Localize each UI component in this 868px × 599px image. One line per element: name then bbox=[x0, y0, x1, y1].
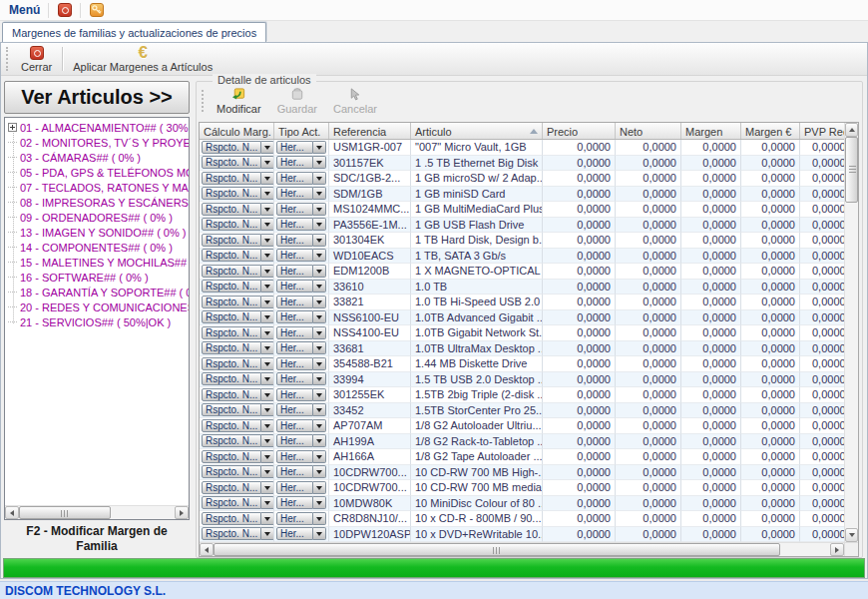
chevron-down-icon[interactable] bbox=[313, 496, 326, 509]
chevron-down-icon[interactable] bbox=[261, 419, 274, 432]
tree-item[interactable]: 01 - ALMACENAMIENTO## ( 30% bbox=[5, 120, 189, 135]
calc-margin-dropdown[interactable]: Rspcto. N... bbox=[202, 372, 274, 385]
apply-margins-button[interactable]: € Aplicar Margenes a Artículos bbox=[65, 43, 220, 75]
chevron-down-icon[interactable] bbox=[261, 156, 274, 169]
tree-item[interactable]: 16 - SOFTWARE## ( 0% ) bbox=[5, 270, 189, 285]
column-header-pvp-rec[interactable]: PVP Rec bbox=[800, 123, 844, 139]
chevron-down-icon[interactable] bbox=[313, 434, 326, 447]
scroll-thumb[interactable] bbox=[845, 137, 858, 203]
chevron-down-icon[interactable] bbox=[313, 388, 326, 401]
table-row[interactable]: Rspcto. N... Her... 33610 1.0 TB 0,0000 … bbox=[200, 280, 844, 296]
chevron-down-icon[interactable] bbox=[313, 296, 326, 308]
chevron-down-icon[interactable] bbox=[261, 234, 274, 247]
chevron-down-icon[interactable] bbox=[261, 465, 274, 478]
action-type-dropdown[interactable]: Her... bbox=[276, 527, 326, 540]
close-button[interactable]: Cerrar bbox=[13, 43, 60, 75]
chevron-down-icon[interactable] bbox=[313, 187, 326, 200]
modify-button[interactable]: Modificar bbox=[209, 86, 269, 116]
action-type-dropdown[interactable]: Her... bbox=[276, 326, 326, 339]
action-type-dropdown[interactable]: Her... bbox=[276, 357, 326, 370]
calc-margin-dropdown[interactable]: Rspcto. N... bbox=[202, 341, 274, 354]
column-header-margen-euro[interactable]: Margen € bbox=[741, 123, 800, 139]
chevron-down-icon[interactable] bbox=[261, 187, 274, 200]
calc-margin-dropdown[interactable]: Rspcto. N... bbox=[202, 326, 274, 339]
chevron-down-icon[interactable] bbox=[313, 249, 326, 262]
chevron-down-icon[interactable] bbox=[261, 527, 274, 540]
table-row[interactable]: Rspcto. N... Her... 301304EK 1 TB Hard D… bbox=[200, 233, 844, 249]
chevron-down-icon[interactable] bbox=[261, 203, 274, 216]
vertical-scrollbar[interactable] bbox=[844, 123, 858, 542]
table-row[interactable]: Rspcto. N... Her... MS1024MMC... 1 GB Mu… bbox=[200, 202, 844, 218]
action-type-dropdown[interactable]: Her... bbox=[276, 372, 326, 385]
column-header-precio[interactable]: Precio bbox=[543, 123, 616, 139]
table-row[interactable]: Rspcto. N... Her... NSS6100-EU 1.0TB Adv… bbox=[200, 310, 844, 326]
action-type-dropdown[interactable]: Her... bbox=[276, 234, 326, 247]
chevron-down-icon[interactable] bbox=[261, 450, 274, 463]
chevron-down-icon[interactable] bbox=[313, 357, 326, 370]
chevron-down-icon[interactable] bbox=[261, 265, 274, 278]
chevron-down-icon[interactable] bbox=[313, 156, 326, 169]
tree-item[interactable]: 02 - MONITORES, TV´S Y PROYEC bbox=[5, 135, 189, 150]
chevron-down-icon[interactable] bbox=[313, 341, 326, 354]
chevron-down-icon[interactable] bbox=[313, 203, 326, 216]
tree-item[interactable]: 03 - CÁMARAS## ( 0% ) bbox=[5, 150, 189, 165]
calc-margin-dropdown[interactable]: Rspcto. N... bbox=[202, 203, 274, 216]
tree-item[interactable]: 07 - TECLADOS, RATONES Y MAN bbox=[5, 180, 189, 195]
chevron-down-icon[interactable] bbox=[261, 496, 274, 509]
chevron-down-icon[interactable] bbox=[313, 481, 326, 494]
chevron-down-icon[interactable] bbox=[261, 357, 274, 370]
chevron-down-icon[interactable] bbox=[313, 141, 326, 154]
save-button[interactable]: Guardar bbox=[269, 86, 325, 116]
action-type-dropdown[interactable]: Her... bbox=[276, 465, 326, 478]
tree-item[interactable]: 21 - SERVICIOS## ( 50%|OK ) bbox=[5, 314, 189, 329]
table-row[interactable]: Rspcto. N... Her... SDC/1GB-2... 1 GB mi… bbox=[200, 171, 844, 187]
chevron-down-icon[interactable] bbox=[313, 465, 326, 478]
calc-margin-dropdown[interactable]: Rspcto. N... bbox=[202, 187, 274, 200]
chevron-down-icon[interactable] bbox=[261, 310, 274, 323]
table-row[interactable]: Rspcto. N... Her... 33994 1.5 TB USB 2.0… bbox=[200, 372, 844, 388]
tree-horizontal-scrollbar[interactable] bbox=[5, 505, 189, 519]
tree-expander-icon[interactable] bbox=[8, 123, 17, 132]
chevron-down-icon[interactable] bbox=[313, 218, 326, 231]
action-type-dropdown[interactable]: Her... bbox=[276, 481, 326, 494]
calc-margin-dropdown[interactable]: Rspcto. N... bbox=[202, 280, 274, 293]
table-row[interactable]: Rspcto. N... Her... AH166A 1/8 G2 Tape A… bbox=[200, 449, 844, 465]
calc-margin-dropdown[interactable]: Rspcto. N... bbox=[202, 296, 274, 308]
calc-margin-dropdown[interactable]: Rspcto. N... bbox=[202, 310, 274, 323]
table-row[interactable]: Rspcto. N... Her... CR8D8NJ10/... 10 x C… bbox=[200, 511, 844, 527]
scroll-up-icon[interactable] bbox=[845, 123, 858, 137]
tree-item[interactable]: 13 - IMAGEN Y SONIDO## ( 0% ) bbox=[5, 225, 189, 240]
cancel-button[interactable]: Cancelar bbox=[325, 86, 385, 116]
action-type-dropdown[interactable]: Her... bbox=[276, 187, 326, 200]
chevron-down-icon[interactable] bbox=[261, 141, 274, 154]
calc-margin-dropdown[interactable]: Rspcto. N... bbox=[202, 156, 274, 169]
calc-margin-dropdown[interactable]: Rspcto. N... bbox=[202, 249, 274, 262]
tree-item[interactable]: 18 - GARANTÍA Y SOPORTE## ( 0 bbox=[5, 285, 189, 300]
table-row[interactable]: Rspcto. N... Her... NSS4100-EU 1.0TB Gig… bbox=[200, 325, 844, 341]
action-type-dropdown[interactable]: Her... bbox=[276, 172, 326, 185]
chevron-down-icon[interactable] bbox=[313, 527, 326, 540]
calc-margin-dropdown[interactable]: Rspcto. N... bbox=[202, 357, 274, 370]
column-header-calculo-marg[interactable]: Cálculo Marg. bbox=[200, 123, 274, 139]
scroll-down-icon[interactable] bbox=[845, 528, 858, 542]
calc-margin-dropdown[interactable]: Rspcto. N... bbox=[202, 434, 274, 447]
column-header-margen[interactable]: Margen bbox=[681, 123, 741, 139]
calc-margin-dropdown[interactable]: Rspcto. N... bbox=[202, 403, 274, 416]
horizontal-scrollbar[interactable] bbox=[200, 542, 844, 556]
chevron-down-icon[interactable] bbox=[261, 434, 274, 447]
chevron-down-icon[interactable] bbox=[313, 172, 326, 185]
action-type-dropdown[interactable]: Her... bbox=[276, 280, 326, 293]
chevron-down-icon[interactable] bbox=[261, 372, 274, 385]
table-row[interactable]: Rspcto. N... Her... 354588-B21 1.44 MB D… bbox=[200, 356, 844, 372]
calc-margin-dropdown[interactable]: Rspcto. N... bbox=[202, 172, 274, 185]
calc-margin-dropdown[interactable]: Rspcto. N... bbox=[202, 388, 274, 401]
power-button[interactable] bbox=[54, 1, 75, 19]
table-row[interactable]: Rspcto. N... Her... 10CDRW700... 10 CD-R… bbox=[200, 465, 844, 481]
action-type-dropdown[interactable]: Her... bbox=[276, 496, 326, 509]
table-row[interactable]: Rspcto. N... Her... 33681 1.0TB UltraMax… bbox=[200, 341, 844, 357]
calc-margin-dropdown[interactable]: Rspcto. N... bbox=[202, 141, 274, 154]
chevron-down-icon[interactable] bbox=[313, 234, 326, 247]
scroll-left-icon[interactable] bbox=[200, 543, 214, 556]
chevron-down-icon[interactable] bbox=[261, 388, 274, 401]
table-row[interactable]: Rspcto. N... Her... 301157EK 1 .5 TB Eth… bbox=[200, 156, 844, 172]
